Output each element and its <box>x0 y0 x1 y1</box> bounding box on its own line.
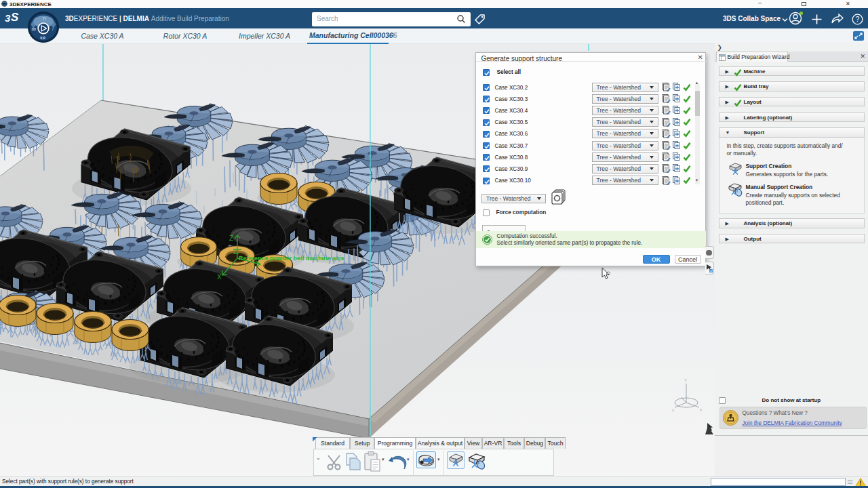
svg-text:x: x <box>672 408 674 412</box>
svg-text:Z: Z <box>229 235 233 242</box>
svg-text:y: y <box>700 407 702 411</box>
svg-text:Yr: Yr <box>42 16 47 20</box>
svg-text:Y: Y <box>684 378 687 382</box>
svg-text:Reference powder bed machine a: Reference powder bed machine axis <box>239 255 344 262</box>
svg-text:?: ? <box>856 16 860 23</box>
svg-text:V.R: V.R <box>40 36 45 40</box>
svg-text:X: X <box>217 273 222 281</box>
svg-text:3D: 3D <box>31 27 36 31</box>
svg-text:i´: i´ <box>52 27 54 31</box>
